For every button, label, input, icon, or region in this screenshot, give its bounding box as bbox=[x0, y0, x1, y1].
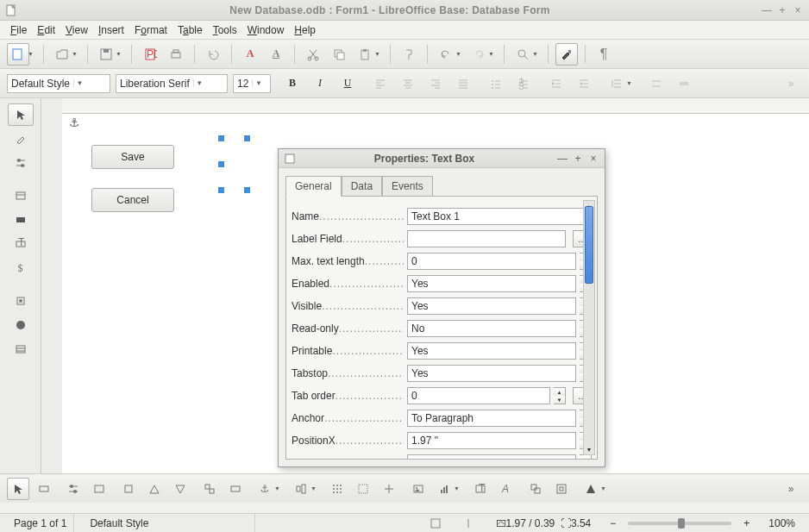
highlight-button[interactable]: A bbox=[265, 43, 287, 66]
italic-button[interactable]: I bbox=[309, 72, 331, 95]
dialog-maximize[interactable]: + bbox=[572, 153, 584, 165]
menu-edit[interactable]: Edit bbox=[32, 22, 60, 38]
input-anchor[interactable] bbox=[407, 410, 576, 427]
align-menu[interactable]: ▼ bbox=[290, 478, 312, 500]
menu-help[interactable]: Help bbox=[289, 22, 321, 38]
form-nav[interactable] bbox=[88, 478, 110, 500]
redo-button[interactable]: ▼ bbox=[467, 43, 490, 66]
menu-window[interactable]: Window bbox=[242, 22, 290, 38]
input-posx[interactable] bbox=[407, 432, 576, 449]
minimize-button[interactable]: — bbox=[761, 4, 773, 16]
maximize-button[interactable]: + bbox=[776, 4, 788, 16]
menu-file[interactable]: File bbox=[5, 22, 32, 38]
toolbar-overflow-button[interactable]: » bbox=[780, 72, 802, 95]
grid-visible[interactable] bbox=[326, 478, 348, 500]
selection-handles[interactable] bbox=[221, 138, 273, 190]
input-tabstop[interactable] bbox=[407, 365, 576, 382]
spinner-taborder[interactable]: ▲▼ bbox=[554, 387, 566, 404]
align-right-button[interactable] bbox=[424, 72, 447, 95]
tab-data[interactable]: Data bbox=[342, 176, 382, 197]
new-button[interactable]: ▼ bbox=[7, 43, 29, 66]
status-page[interactable]: Page 1 of 1 bbox=[7, 514, 74, 532]
insert-fontwork[interactable]: A bbox=[495, 478, 517, 500]
dialog-close[interactable]: × bbox=[587, 153, 599, 165]
input-taborder[interactable] bbox=[407, 387, 550, 404]
paragraph-style-combo[interactable]: Default Style▼ bbox=[7, 74, 110, 93]
decrease-indent-button[interactable] bbox=[573, 72, 595, 95]
bottom-overflow[interactable]: » bbox=[780, 478, 802, 500]
export-pdf-button[interactable]: PDF bbox=[139, 43, 161, 66]
tab-order-tool[interactable] bbox=[198, 478, 221, 500]
form-save-button[interactable]: Save bbox=[91, 145, 174, 169]
para-spacing-dec-button[interactable] bbox=[673, 72, 695, 95]
input-readonly[interactable] bbox=[407, 320, 576, 337]
basic-shapes[interactable]: ▼ bbox=[580, 478, 602, 500]
snap-grid[interactable] bbox=[352, 478, 374, 500]
input-labelfield[interactable] bbox=[407, 230, 566, 247]
select-tool[interactable] bbox=[8, 103, 34, 126]
status-insert-mode[interactable] bbox=[456, 514, 480, 532]
font-name-combo[interactable]: Liberation Serif▼ bbox=[116, 74, 228, 93]
close-button[interactable]: × bbox=[792, 4, 804, 16]
input-visible[interactable] bbox=[407, 297, 576, 315]
find-button[interactable]: ▼ bbox=[511, 43, 534, 66]
select-tool2[interactable] bbox=[7, 478, 29, 500]
input-name[interactable] bbox=[407, 208, 592, 225]
menu-table[interactable]: Table bbox=[172, 22, 208, 38]
radio-tool[interactable] bbox=[8, 314, 34, 336]
input-enabled[interactable] bbox=[407, 275, 576, 292]
save-button[interactable]: ▼ bbox=[95, 43, 117, 66]
formatting-marks-button[interactable]: ¶ bbox=[593, 43, 615, 66]
menu-format[interactable]: Format bbox=[129, 22, 172, 38]
zoom-slider[interactable] bbox=[628, 522, 731, 525]
tab-general[interactable]: General bbox=[285, 176, 342, 197]
undo2-button[interactable]: ▼ bbox=[435, 43, 457, 66]
print-button[interactable] bbox=[165, 43, 187, 66]
zoom-out[interactable]: − bbox=[606, 517, 619, 529]
menu-tools[interactable]: Tools bbox=[208, 22, 242, 38]
dialog-minimize[interactable]: — bbox=[556, 153, 568, 165]
undo-button[interactable] bbox=[202, 43, 224, 66]
increase-indent-button[interactable] bbox=[545, 72, 568, 95]
control-wizards[interactable] bbox=[62, 478, 85, 500]
zoom-in[interactable]: + bbox=[740, 517, 753, 529]
open-button[interactable]: ▼ bbox=[51, 43, 73, 66]
tab-events[interactable]: Events bbox=[382, 176, 433, 197]
menu-insert[interactable]: Insert bbox=[93, 22, 129, 38]
position-size[interactable] bbox=[117, 478, 140, 500]
helplines[interactable] bbox=[378, 478, 400, 500]
status-selection-mode[interactable] bbox=[423, 514, 448, 532]
form-properties-tool[interactable] bbox=[8, 185, 34, 207]
underline-button[interactable]: U bbox=[336, 72, 359, 95]
form-cancel-button[interactable]: Cancel bbox=[91, 188, 174, 212]
insert-text[interactable]: T bbox=[469, 478, 492, 500]
status-style[interactable]: Default Style bbox=[83, 514, 255, 532]
align-center-button[interactable] bbox=[397, 72, 419, 95]
open-in-design[interactable] bbox=[224, 478, 247, 500]
insert-image[interactable] bbox=[407, 478, 430, 500]
bold-button[interactable]: B bbox=[281, 72, 304, 95]
paste-button[interactable]: ▼ bbox=[354, 43, 376, 66]
textbox-tool[interactable]: T bbox=[8, 233, 34, 255]
numbering-button[interactable]: 123 bbox=[512, 72, 535, 95]
dialog-titlebar[interactable]: Properties: Text Box — + × bbox=[279, 149, 605, 168]
group-enter[interactable] bbox=[524, 478, 547, 500]
design-mode-tool[interactable] bbox=[8, 128, 34, 150]
align-left-button[interactable] bbox=[369, 72, 392, 95]
format-paintbrush-button[interactable] bbox=[555, 43, 578, 66]
font-color-button[interactable]: A bbox=[239, 43, 261, 66]
copy-button[interactable] bbox=[328, 43, 350, 66]
para-spacing-inc-button[interactable] bbox=[645, 72, 668, 95]
anchor-menu[interactable]: ⚓▼ bbox=[254, 478, 276, 500]
line-spacing-button[interactable]: ▼ bbox=[605, 72, 628, 95]
dialog-scrollbar[interactable]: ▲ ▼ bbox=[583, 200, 595, 455]
bullets-button[interactable] bbox=[485, 72, 507, 95]
control-properties-tool[interactable] bbox=[8, 152, 34, 174]
label-tool[interactable] bbox=[8, 209, 34, 231]
bring-front[interactable] bbox=[143, 478, 166, 500]
cut-button[interactable] bbox=[302, 43, 324, 66]
design-mode2[interactable] bbox=[33, 478, 55, 500]
input-maxlen[interactable] bbox=[407, 253, 576, 270]
listbox-tool[interactable] bbox=[8, 338, 34, 360]
status-zoom[interactable]: 100% bbox=[762, 514, 802, 532]
